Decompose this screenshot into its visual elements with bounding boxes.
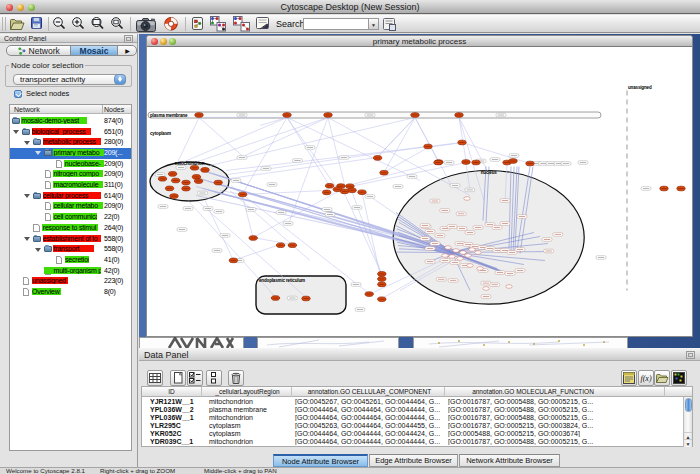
svg-text:unassigned: unassigned [628,84,652,89]
svg-text:f(x): f(x) [640,374,651,383]
svg-text:plasma membrane: plasma membrane [150,113,188,118]
svg-text:endoplasmic reticulum: endoplasmic reticulum [259,277,305,282]
svg-text:mitochondrion: mitochondrion [175,161,205,166]
svg-text:cytoplasm: cytoplasm [150,131,171,136]
svg-text:nucleus: nucleus [481,169,498,174]
